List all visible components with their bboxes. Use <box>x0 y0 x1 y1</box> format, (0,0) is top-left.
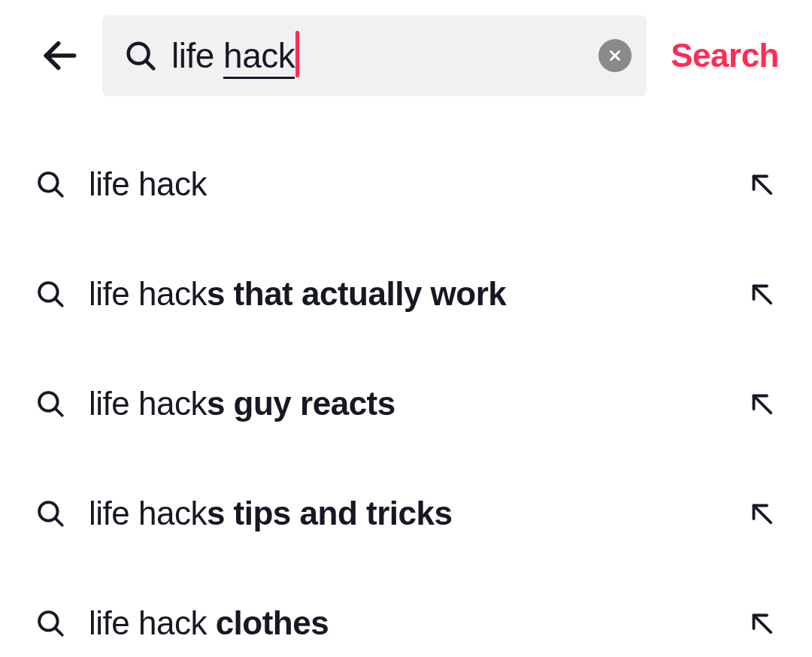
suggestion-item[interactable]: life hack <box>0 129 812 239</box>
arrow-up-left-icon <box>746 607 777 639</box>
search-input[interactable]: life hack <box>171 32 589 79</box>
arrow-up-left-icon <box>746 168 777 200</box>
top-bar: life hack Search <box>0 0 812 111</box>
svg-line-7 <box>754 177 771 194</box>
search-icon <box>35 388 66 419</box>
text-cursor <box>295 31 299 77</box>
svg-line-15 <box>56 519 62 525</box>
search-icon <box>35 168 66 200</box>
fill-arrow-button[interactable] <box>746 278 777 310</box>
suggestion-text: life hacks that actually work <box>89 275 737 313</box>
search-query-text: life hack <box>171 35 295 76</box>
svg-line-16 <box>754 506 771 523</box>
svg-line-9 <box>56 299 62 306</box>
arrow-up-left-icon <box>746 278 777 310</box>
suggestion-text: life hack clothes <box>89 604 737 642</box>
back-arrow-icon <box>39 35 81 77</box>
search-button[interactable]: Search <box>665 37 782 74</box>
svg-line-13 <box>754 396 771 413</box>
arrow-up-left-icon <box>746 498 777 529</box>
svg-line-12 <box>56 409 62 416</box>
suggestion-text: life hacks guy reacts <box>89 385 737 422</box>
svg-line-19 <box>754 616 771 633</box>
svg-line-6 <box>56 189 62 196</box>
svg-line-10 <box>754 286 771 304</box>
search-icon <box>35 278 66 310</box>
back-button[interactable] <box>36 32 84 80</box>
suggestion-item[interactable]: life hack clothes <box>0 568 812 657</box>
fill-arrow-button[interactable] <box>746 498 777 529</box>
svg-line-18 <box>56 628 62 635</box>
suggestion-text: life hacks tips and tricks <box>89 495 737 532</box>
clear-button[interactable] <box>598 39 632 72</box>
search-icon <box>35 498 66 529</box>
suggestion-text: life hack <box>89 165 737 203</box>
suggestion-item[interactable]: life hacks guy reacts <box>0 349 812 459</box>
arrow-up-left-icon <box>746 388 777 419</box>
search-icon <box>123 38 158 73</box>
search-box[interactable]: life hack <box>102 15 647 96</box>
svg-line-2 <box>146 61 153 68</box>
fill-arrow-button[interactable] <box>746 168 777 200</box>
close-icon <box>607 47 623 64</box>
suggestions-list: life hack life hacks that actually work <box>0 111 812 657</box>
fill-arrow-button[interactable] <box>746 388 777 419</box>
suggestion-item[interactable]: life hacks tips and tricks <box>0 459 812 568</box>
fill-arrow-button[interactable] <box>746 607 777 639</box>
suggestion-item[interactable]: life hacks that actually work <box>0 239 812 349</box>
search-icon <box>35 607 66 639</box>
